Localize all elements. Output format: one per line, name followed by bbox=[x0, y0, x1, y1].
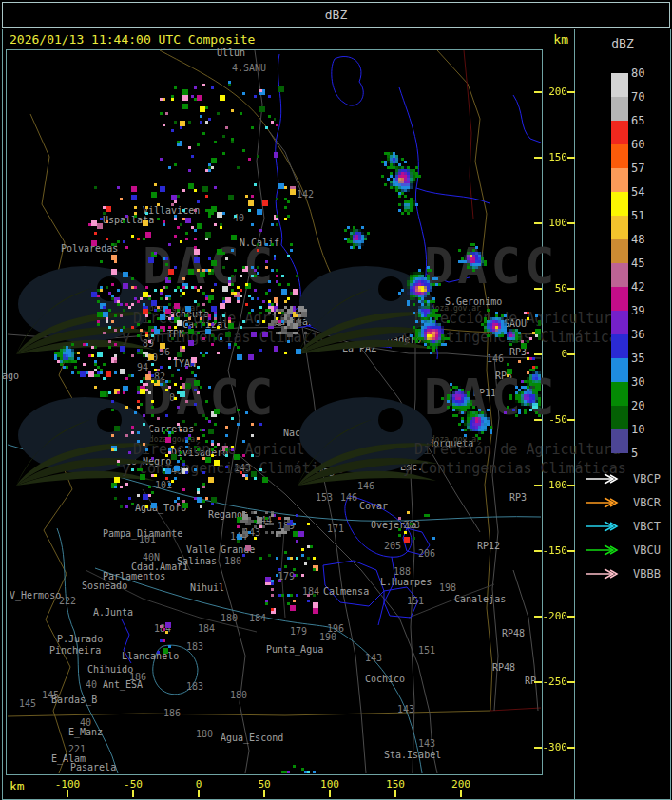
arrow-icon bbox=[584, 471, 622, 486]
x-axis-tick-label: 200 bbox=[442, 778, 480, 790]
y-axis-tick bbox=[567, 222, 575, 224]
x-axis-tick bbox=[67, 790, 68, 797]
scale-swatch bbox=[611, 144, 628, 168]
timestamp-label: 2026/01/13 11:44:00 UTC Composite bbox=[10, 32, 255, 47]
x-axis-tick-label: -50 bbox=[114, 778, 152, 790]
y-axis-tick bbox=[534, 616, 542, 618]
y-axis-tick bbox=[534, 288, 542, 290]
x-axis-tick bbox=[132, 790, 134, 797]
scale-value-label: 20 bbox=[631, 399, 660, 412]
x-axis-tick-label: -100 bbox=[48, 778, 86, 790]
arrow-icon bbox=[584, 566, 622, 581]
x-axis-tick-label: 150 bbox=[376, 778, 414, 790]
scale-value-label: 45 bbox=[631, 257, 660, 270]
window-title: dBZ bbox=[2, 2, 670, 28]
y-axis-tick bbox=[534, 353, 542, 355]
y-axis-tick bbox=[567, 616, 575, 618]
vector-arrow bbox=[584, 519, 622, 534]
arrow-icon bbox=[584, 543, 622, 558]
y-axis-tick bbox=[567, 747, 575, 749]
scale-swatch bbox=[611, 73, 628, 97]
scale-value-label: 54 bbox=[631, 185, 660, 199]
vector-label: VBCT bbox=[633, 520, 661, 533]
y-axis-tick-label: 50 bbox=[542, 282, 567, 295]
x-axis-tick bbox=[460, 790, 462, 797]
vector-arrow bbox=[584, 471, 622, 486]
y-axis-tick bbox=[567, 419, 575, 421]
scale-swatch bbox=[611, 334, 628, 358]
y-axis-tick-label: -250 bbox=[542, 676, 567, 688]
y-axis-tick bbox=[534, 485, 542, 486]
scale-value-label: 42 bbox=[631, 280, 660, 294]
y-axis-tick bbox=[567, 681, 575, 683]
scale-swatch bbox=[611, 382, 628, 406]
y-axis-tick bbox=[534, 157, 542, 159]
y-axis-tick bbox=[534, 222, 542, 224]
scale-value-label: 57 bbox=[631, 162, 660, 175]
y-axis-tick bbox=[534, 550, 542, 552]
scale-swatch bbox=[611, 192, 628, 216]
scale-value-label: 35 bbox=[631, 352, 660, 365]
y-axis-tick-label: -50 bbox=[542, 413, 567, 426]
x-axis-tick bbox=[263, 790, 265, 797]
x-axis-tick-label: 0 bbox=[180, 778, 218, 790]
y-axis-tick-label: -300 bbox=[542, 741, 567, 753]
radar-echo-canvas bbox=[6, 49, 541, 773]
km-unit-bottom-label: km bbox=[10, 779, 25, 793]
scale-swatch bbox=[611, 311, 628, 334]
y-axis-tick-label: 0 bbox=[542, 348, 567, 360]
scale-swatch bbox=[611, 168, 628, 192]
vector-arrow bbox=[584, 566, 622, 581]
y-axis-tick-label: -100 bbox=[542, 479, 567, 491]
scale-value-label: 51 bbox=[631, 209, 660, 222]
y-axis-tick bbox=[567, 353, 575, 355]
scale-swatch bbox=[611, 429, 628, 453]
y-axis-tick-label: -150 bbox=[542, 544, 567, 557]
x-axis-tick-label: 50 bbox=[245, 778, 283, 790]
scale-value-label: 5 bbox=[631, 447, 660, 460]
y-axis-tick bbox=[534, 747, 542, 749]
scale-value-label: 39 bbox=[631, 304, 660, 317]
x-axis-tick bbox=[394, 790, 396, 797]
scale-swatch bbox=[611, 216, 628, 239]
y-axis-tick bbox=[534, 419, 542, 421]
vector-arrow bbox=[584, 543, 622, 558]
scale-swatch bbox=[611, 406, 628, 429]
arrow-icon bbox=[584, 519, 622, 534]
y-axis-tick bbox=[567, 550, 575, 552]
scale-swatch bbox=[611, 358, 628, 382]
scale-value-label: 30 bbox=[631, 375, 660, 389]
scale-value-label: 60 bbox=[631, 138, 660, 151]
vector-arrow bbox=[584, 495, 622, 510]
y-axis-tick-label: 100 bbox=[542, 217, 567, 229]
scale-swatch bbox=[611, 239, 628, 263]
scale-value-label: 48 bbox=[631, 233, 660, 246]
y-axis-tick bbox=[567, 485, 575, 486]
scale-value-label: 80 bbox=[631, 67, 660, 80]
y-axis-tick-label: 150 bbox=[542, 151, 567, 163]
arrow-icon bbox=[584, 495, 622, 510]
y-axis-tick bbox=[567, 91, 575, 93]
x-axis-tick bbox=[198, 790, 200, 797]
x-axis-tick bbox=[329, 790, 331, 797]
x-axis-tick-label: 100 bbox=[311, 778, 349, 790]
radar-window: dBZ 2026/01/13 11:44:00 UTC Composite km bbox=[0, 0, 672, 800]
scale-swatch bbox=[611, 287, 628, 311]
vector-label: VBCP bbox=[633, 472, 661, 486]
y-axis-tick-label: 200 bbox=[542, 86, 567, 98]
vector-label: VBCR bbox=[633, 496, 661, 509]
y-axis-tick bbox=[534, 681, 542, 683]
scale-value-label: 36 bbox=[631, 328, 660, 341]
scale-swatch bbox=[611, 121, 628, 144]
scale-value-label: 65 bbox=[631, 114, 660, 127]
scale-swatch bbox=[611, 97, 628, 121]
y-axis-tick bbox=[567, 157, 575, 159]
vector-label: VBCU bbox=[633, 543, 661, 557]
color-scale-title: dBZ bbox=[601, 36, 644, 50]
km-unit-top-label: km bbox=[532, 32, 568, 47]
y-axis-tick bbox=[534, 91, 542, 93]
y-axis-tick bbox=[567, 288, 575, 290]
y-axis-tick-label: -200 bbox=[542, 610, 567, 622]
vector-label: VBBB bbox=[633, 567, 661, 581]
scale-swatch bbox=[611, 263, 628, 287]
